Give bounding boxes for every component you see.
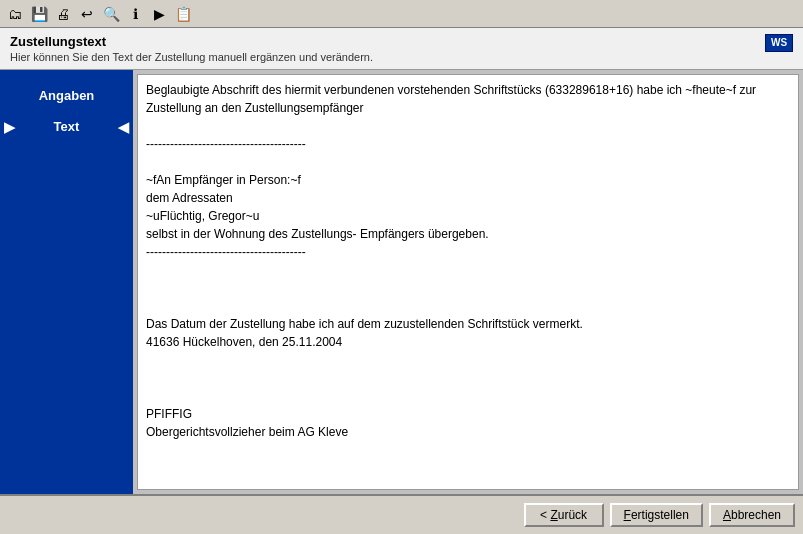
sidebar-item-angaben[interactable]: Angaben — [0, 80, 133, 111]
sidebar-text-label: Text — [54, 119, 80, 134]
toolbar-icon-7[interactable]: ▶ — [148, 3, 170, 25]
header-title: Zustellungstext — [10, 34, 373, 49]
toolbar-icon-4[interactable]: ↩ — [76, 3, 98, 25]
finish-button[interactable]: Fertigstellen — [610, 503, 703, 527]
arrow-left-icon: ▶ — [4, 119, 15, 135]
text-area-container[interactable]: Beglaubigte Abschrift des hiermit verbun… — [137, 74, 799, 490]
toolbar-icon-5[interactable]: 🔍 — [100, 3, 122, 25]
sidebar: Angaben ▶ Text ◀ — [0, 70, 133, 494]
toolbar: 🗂 💾 🖨 ↩ 🔍 ℹ ▶ 📋 — [0, 0, 803, 28]
cancel-button[interactable]: Abbrechen — [709, 503, 795, 527]
footer: < Zurück Fertigstellen Abbrechen — [0, 494, 803, 534]
header-area: Zustellungstext Hier können Sie den Text… — [0, 28, 803, 70]
main-container: Zustellungstext Hier können Sie den Text… — [0, 28, 803, 534]
sidebar-item-text[interactable]: ▶ Text ◀ — [0, 111, 133, 142]
content-area: Angaben ▶ Text ◀ Beglaubigte Abschrift d… — [0, 70, 803, 494]
sidebar-angaben-label: Angaben — [39, 88, 95, 103]
toolbar-icon-6[interactable]: ℹ — [124, 3, 146, 25]
toolbar-icon-2[interactable]: 💾 — [28, 3, 50, 25]
finish-underline: F — [624, 508, 631, 522]
arrow-right-icon: ◀ — [118, 119, 129, 135]
toolbar-icon-1[interactable]: 🗂 — [4, 3, 26, 25]
ws-badge: WS — [765, 34, 793, 52]
back-button[interactable]: < Zurück — [524, 503, 604, 527]
toolbar-icon-3[interactable]: 🖨 — [52, 3, 74, 25]
cancel-underline: A — [723, 508, 731, 522]
header-description: Hier können Sie den Text der Zustellung … — [10, 51, 373, 63]
text-content: Beglaubigte Abschrift des hiermit verbun… — [138, 75, 798, 447]
header-text: Zustellungstext Hier können Sie den Text… — [10, 34, 373, 63]
toolbar-icon-8[interactable]: 📋 — [172, 3, 194, 25]
back-underline: Z — [550, 508, 557, 522]
